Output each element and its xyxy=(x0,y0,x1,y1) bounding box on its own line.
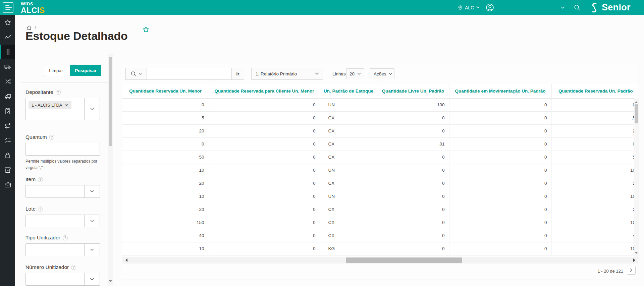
chevron-down-icon xyxy=(561,6,565,9)
table-row[interactable]: 5 0 CX 0 0 ,5 xyxy=(122,111,639,124)
scrollbar-thumb[interactable] xyxy=(346,258,462,263)
table-row[interactable]: 0 0 UN 100 0 0 xyxy=(122,98,639,111)
next-page-button[interactable] xyxy=(627,266,636,275)
sidebar-item-services[interactable] xyxy=(0,177,15,192)
help-icon[interactable]: ? xyxy=(63,235,68,240)
sidebar-item-dashboards[interactable] xyxy=(0,30,15,45)
table-row[interactable]: 40 0 CX 0 0 4 xyxy=(122,229,639,242)
table-row[interactable]: 150 0 CX 0 0 15 xyxy=(122,216,639,229)
depositante-multiselect[interactable]: 1 - ALCIS LTDA ✕ xyxy=(25,98,100,120)
chevron-down-icon[interactable] xyxy=(84,215,100,227)
sidebar-item-movements[interactable] xyxy=(0,118,15,133)
filter-scrollbar[interactable] xyxy=(108,54,113,286)
cell-qtd-reservada-cliente: 0 xyxy=(209,203,320,216)
grid-horizontal-scrollbar[interactable] xyxy=(122,257,638,264)
favorite-star-icon[interactable] xyxy=(142,26,150,33)
cell-qtd-reservada-menor: 20 xyxy=(122,124,209,137)
column-header[interactable]: Quantidade Reservada para Cliente Un. Me… xyxy=(209,84,320,98)
repeat-icon xyxy=(4,122,11,129)
quantum-input[interactable] xyxy=(25,143,100,156)
search-field-selector-button[interactable] xyxy=(125,68,147,80)
cell-qtd-movimentacao: 0 xyxy=(449,124,551,137)
column-header[interactable]: Quantidade em Movimentação Un. Padrão xyxy=(449,84,551,98)
scroll-down-arrow-icon[interactable] xyxy=(109,280,112,284)
sidebar-item-archive[interactable] xyxy=(0,163,15,177)
cell-qtd-reservada-cliente: 0 xyxy=(209,137,320,151)
cell-qtd-reservada-menor: 10 xyxy=(122,242,209,255)
scroll-right-arrow-icon[interactable] xyxy=(633,259,637,262)
table-row[interactable]: 20 0 CX 0 0 2 xyxy=(122,203,639,216)
chevron-down-icon xyxy=(389,73,392,75)
search-button[interactable]: Pesquisar xyxy=(70,65,101,76)
branch-selector[interactable]: ALC xyxy=(458,0,480,15)
table-row[interactable]: 50 0 CX 0 0 5 xyxy=(122,151,639,164)
rows-per-page-select[interactable]: 20 xyxy=(346,68,364,79)
senior-glyph-icon xyxy=(589,2,599,13)
tipo-unitizador-select[interactable] xyxy=(25,243,100,256)
table-row[interactable]: 20 0 CX 0 0 2 xyxy=(122,124,639,137)
chevron-down-icon[interactable] xyxy=(84,185,100,197)
column-header[interactable]: Quantidade Livre Un. Padrão xyxy=(377,84,449,98)
cell-qtd-reservada-padrao: ,5 xyxy=(551,111,639,124)
table-row[interactable]: 10 0 UN 0 0 10 xyxy=(122,190,639,203)
sidebar-item-tasks[interactable] xyxy=(0,104,15,118)
report-select[interactable]: 1. Relatório Primário xyxy=(251,68,323,80)
header-dropdown-button[interactable] xyxy=(561,0,565,15)
numero-unitizador-select[interactable] xyxy=(25,273,100,286)
help-icon[interactable]: ? xyxy=(38,177,43,182)
table-header-row: Quantidade Reservada Un. Menor Quantidad… xyxy=(122,84,639,98)
item-select[interactable] xyxy=(25,185,100,198)
briefcase-icon xyxy=(4,181,11,188)
column-header[interactable]: Un. Padrão de Estoque xyxy=(320,84,377,98)
top-bar: wms ALCIS ALC Senior xyxy=(0,0,644,15)
cell-qtd-livre: 0 xyxy=(377,151,449,164)
cell-qtd-reservada-cliente: 0 xyxy=(209,216,320,229)
column-header[interactable]: Quantidade Reservada Un. Padrão xyxy=(551,84,639,98)
actions-button[interactable]: Ações xyxy=(370,68,394,79)
scroll-left-arrow-icon[interactable] xyxy=(124,259,127,262)
column-header[interactable]: Quantidade Reservada Un. Menor xyxy=(122,84,209,98)
table-row[interactable]: 20 0 CX 0 0 2 xyxy=(122,177,639,190)
cell-qtd-reservada-menor: 20 xyxy=(122,203,209,216)
cell-qtd-reservada-menor: 10 xyxy=(122,164,209,177)
help-icon[interactable]: ? xyxy=(49,135,54,140)
cell-qtd-reservada-menor: 0 xyxy=(122,98,209,111)
help-icon[interactable]: ? xyxy=(56,90,61,95)
cell-qtd-livre: 0 xyxy=(377,203,449,216)
table-row[interactable]: 0 0 CX ,01 0 0 xyxy=(122,137,639,151)
help-icon[interactable]: ? xyxy=(71,265,76,270)
cell-un-padrao: UN xyxy=(320,190,377,203)
sidebar-item-apps[interactable] xyxy=(0,45,15,59)
scroll-down-arrow-icon[interactable] xyxy=(635,252,638,255)
go-button[interactable]: Ir xyxy=(231,68,244,80)
sidebar-item-shipping[interactable] xyxy=(0,59,15,74)
grid-vertical-scrollbar[interactable] xyxy=(634,98,639,257)
global-search-button[interactable] xyxy=(574,0,581,15)
scrollbar-thumb[interactable] xyxy=(109,57,112,146)
table-row[interactable]: 10 0 UN 0 0 10 xyxy=(122,164,639,177)
sidebar-item-crossdock[interactable] xyxy=(0,74,15,89)
hamburger-menu-button[interactable] xyxy=(3,2,13,13)
chevron-down-icon[interactable] xyxy=(84,273,100,285)
cell-qtd-reservada-cliente: 0 xyxy=(209,111,320,124)
cell-qtd-livre: 0 xyxy=(377,242,449,255)
depositante-tag: 1 - ALCIS LTDA ✕ xyxy=(29,101,71,109)
help-icon[interactable]: ? xyxy=(38,207,43,212)
clear-button[interactable]: Limpar xyxy=(44,65,68,76)
grid-search-input[interactable] xyxy=(147,68,232,80)
line-chart-icon xyxy=(4,34,11,41)
chevron-down-icon[interactable] xyxy=(84,244,100,256)
sidebar-item-inventory-check[interactable] xyxy=(0,133,15,148)
app-logo: wms ALCIS xyxy=(21,1,45,14)
lote-select[interactable] xyxy=(25,215,100,227)
cell-qtd-reservada-cliente: 0 xyxy=(209,177,320,190)
profile-button[interactable] xyxy=(486,0,494,15)
scroll-up-arrow-icon[interactable] xyxy=(635,100,638,103)
sidebar-item-security[interactable] xyxy=(0,148,15,163)
chevron-down-icon[interactable] xyxy=(84,98,100,120)
sidebar-item-favorites[interactable] xyxy=(0,15,15,30)
scrollbar-thumb[interactable] xyxy=(635,104,638,123)
sidebar-item-receiving[interactable] xyxy=(0,89,15,104)
remove-tag-icon[interactable]: ✕ xyxy=(65,103,68,108)
table-row[interactable]: 10 0 KG 0 0 10 xyxy=(122,242,639,255)
